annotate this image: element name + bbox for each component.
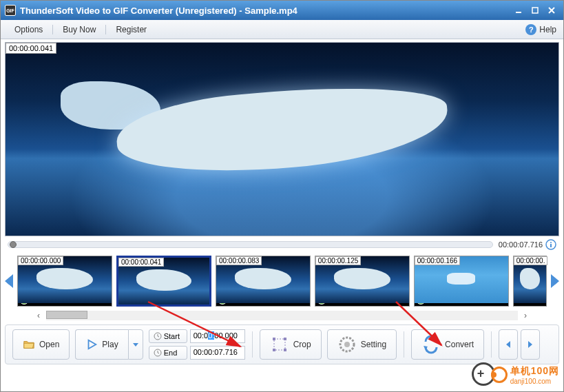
crop-label: Crop [293,340,311,349]
time-inputs: Start 00:00:00.000 End 00:00:07.716 [149,329,245,360]
chevron-right-icon [525,340,535,349]
convert-icon [421,335,441,354]
menu-separator [52,25,53,34]
minimize-button[interactable] [511,4,526,17]
svg-marker-26 [506,341,510,348]
svg-rect-18 [273,338,275,340]
svg-marker-27 [528,341,532,348]
svg-point-23 [344,342,350,347]
menubar: Options Buy Now Register ? Help [1,20,563,39]
info-icon[interactable] [545,239,556,250]
help-button[interactable]: ? Help [525,24,556,35]
preview-timestamp: 00:00:00.041 [6,43,56,54]
setting-button[interactable]: Setting [327,329,397,360]
timeline-track[interactable] [8,241,493,248]
thumbnail[interactable]: 00:00:00.083 [216,256,311,307]
svg-point-5 [550,242,552,243]
svg-rect-17 [274,339,285,350]
gear-icon [337,335,357,354]
setting-label: Setting [361,340,386,349]
thumbnail-timestamp: 00:00:00.041 [118,258,164,267]
menu-register[interactable]: Register [109,22,154,37]
crop-icon [270,335,289,354]
video-preview: 00:00:00.041 [5,42,559,236]
thumbnail-timestamp: 00:00:00.083 [216,256,262,265]
chevron-left-icon [503,340,513,349]
start-time-button[interactable]: Start [149,329,187,343]
svg-line-16 [158,353,159,353]
play-button[interactable]: Play [75,329,127,360]
thumbnail-timestamp: 00:00:00. [514,256,548,265]
thumbs-scroll-left[interactable]: + [2,273,16,289]
toolbar-separator [252,331,253,358]
thumbnail-timestamp: 00:00:00.000 [18,256,63,265]
svg-rect-6 [550,244,552,247]
watermark-line2: danji100.com [510,378,559,385]
plus-icon: + [553,279,557,287]
svg-rect-20 [273,349,275,351]
help-icon: ? [525,24,536,35]
thumbs-scrollbar: ‹ › [1,311,563,323]
timeline-duration: 00:00:07.716 [499,240,543,249]
prev-button[interactable] [499,329,518,360]
watermark: + 单机100网 danji100.com [472,362,559,387]
menu-separator [105,25,106,34]
thumbnail[interactable]: 00:00:00. [513,256,547,307]
scrollbar-track[interactable] [46,311,518,320]
thumbnails-row: + 00:00:00.00000:00:00.04100:00:00.08300… [1,251,563,311]
scrollbar-right[interactable]: › [521,311,530,320]
titlebar: GIF ThunderSoft Video to GIF Converter (… [1,1,563,20]
thumbnail[interactable]: 00:00:00.000 [17,256,112,307]
folder-icon [23,338,35,351]
watermark-line1: 单机100网 [510,365,559,378]
plus-icon: + [7,279,11,287]
scrollbar-left[interactable]: ‹ [34,311,43,320]
toolbar-separator [491,331,492,358]
open-label: Open [39,340,59,349]
svg-rect-21 [284,349,286,351]
thumbnail-timestamp: 00:00:00.166 [415,256,460,265]
thumbnail[interactable]: 00:00:00.166 [414,256,509,307]
svg-rect-1 [532,8,538,13]
start-time-field[interactable]: 00:00:00.000 [190,329,245,343]
play-button-group: Play [75,329,143,360]
end-time-field[interactable]: 00:00:07.716 [190,346,245,360]
end-time-button[interactable]: End [149,346,187,360]
end-label: End [164,349,178,357]
toolbar-separator [404,331,404,358]
clock-icon [154,332,162,340]
close-button[interactable] [544,4,559,17]
thumbnail[interactable]: 00:00:00.041 [116,256,211,307]
thumbnail-timestamp: 00:00:00.125 [315,256,361,265]
window-title: ThunderSoft Video to GIF Converter (Unre… [20,6,510,16]
svg-rect-19 [284,338,286,340]
menu-options[interactable]: Options [8,22,50,37]
thumbs-scroll-right[interactable]: + [548,273,562,289]
bottom-toolbar: Open Play Start 00:00:00.000 End 00:0 [5,324,559,364]
play-label: Play [102,340,118,349]
svg-marker-9 [89,340,96,349]
maximize-button[interactable] [528,4,543,17]
open-button[interactable]: Open [12,329,70,360]
crop-button[interactable]: Crop [260,329,322,360]
help-label: Help [539,25,556,34]
svg-marker-10 [133,343,138,347]
timeline-playhead[interactable] [10,241,17,248]
play-dropdown[interactable] [128,329,143,360]
convert-button[interactable]: Convert [411,329,484,360]
app-icon: GIF [5,5,16,16]
next-button[interactable] [521,329,540,360]
menu-buynow[interactable]: Buy Now [56,22,103,37]
scrollbar-thumb[interactable] [46,311,87,319]
nav-buttons [499,329,540,360]
thumbnails-strip: 00:00:00.00000:00:00.04100:00:00.08300:0… [16,254,548,308]
timeline: 00:00:07.716 [1,238,563,251]
svg-line-13 [158,336,159,337]
preview-image [6,43,558,236]
start-label: Start [164,332,180,340]
thumbnail[interactable]: 00:00:00.125 [315,256,410,307]
clock-icon [154,349,162,357]
convert-label: Convert [445,340,474,349]
watermark-icon: + [472,362,508,387]
play-icon [85,338,98,351]
